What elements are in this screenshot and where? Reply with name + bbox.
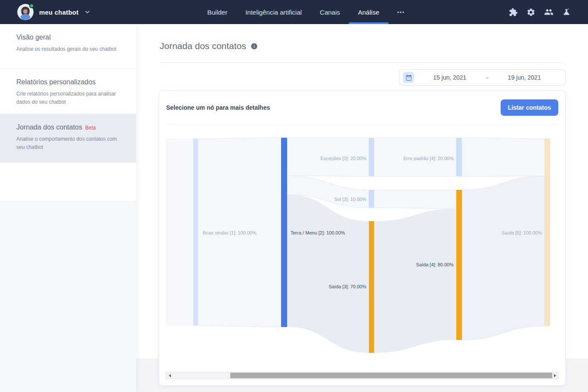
nav-canais[interactable]: Canais <box>320 0 340 24</box>
date-separator: ~ <box>486 74 489 81</box>
flow-sol-saida4 <box>374 190 456 209</box>
gear-icon[interactable] <box>526 8 535 17</box>
node-terra-menu-2[interactable] <box>281 138 287 327</box>
node-boas-vindas-1[interactable] <box>193 139 198 326</box>
online-status-dot <box>29 3 34 8</box>
scroll-right-button[interactable] <box>551 372 558 379</box>
info-icon[interactable] <box>251 43 258 50</box>
avatar <box>17 4 34 20</box>
sidebar-item-title-text: Jornada dos contatos <box>16 123 82 131</box>
node-saida-4[interactable] <box>456 190 462 340</box>
sidebar-item-title: Visão geral <box>16 34 123 41</box>
sidebar-item-description: Crie relatórios personalizados para anal… <box>16 90 122 106</box>
topbar-icon-group <box>509 7 571 17</box>
journey-card: Selecione um nó para mais detalhes Lista… <box>159 90 566 386</box>
scrollbar-thumb[interactable] <box>230 373 552 378</box>
flow-erro-padrao-saida5 <box>462 138 545 176</box>
page-title: Jornada dos contatos <box>160 41 246 51</box>
bot-name: meu chatbot <box>39 9 78 16</box>
scroll-right-arrow-icon <box>554 374 556 377</box>
sidebar-footer-area <box>0 201 136 392</box>
flask-icon[interactable] <box>562 8 571 16</box>
sidebar-spacer <box>0 163 136 201</box>
top-navbar: meu chatbot Builder Inteligência artific… <box>0 0 588 24</box>
people-icon[interactable] <box>544 7 554 17</box>
nav-inteligencia-artificial[interactable]: Inteligência artificial <box>245 0 302 24</box>
puzzle-icon[interactable] <box>509 8 518 17</box>
date-end-value: 19 jun, 2021 <box>489 74 560 81</box>
sidebar-item-description: Analise os resultados gerais do seu chat… <box>16 45 122 53</box>
scroll-left-button[interactable] <box>166 372 173 379</box>
title-divider <box>160 62 566 63</box>
node-sol-3[interactable] <box>369 190 374 208</box>
card-divider <box>166 124 558 124</box>
select-node-hint: Selecione um nó para mais detalhes <box>166 104 270 111</box>
node-label-erro-padrao: Erro padrão [4]: 20.00% <box>403 156 454 161</box>
chart-left-area <box>166 139 193 326</box>
node-label-saida4: Saída [4]: 80.00% <box>416 262 454 267</box>
sidebar-item-description: Analise o comportamento dos contatos com… <box>16 135 122 151</box>
node-label-terra-menu: Terra / Menu [2]: 100.00% <box>291 230 345 235</box>
analysis-sidebar: Visão geral Analise os resultados gerais… <box>0 24 136 392</box>
beta-badge: Beta <box>85 125 96 131</box>
listar-contatos-button[interactable]: Listar contatos <box>501 99 558 116</box>
horizontal-scrollbar[interactable] <box>166 372 559 379</box>
node-excecoes-3[interactable] <box>369 138 374 176</box>
node-erro-padrao-4[interactable] <box>456 138 462 176</box>
sidebar-item-jornada-dos-contatos[interactable]: Jornada dos contatosBeta Analise o compo… <box>0 114 136 163</box>
flow-saida3-saida4 <box>374 209 456 353</box>
date-start-value: 15 jun, 2021 <box>414 74 486 81</box>
sankey-chart: Boas vindas [1]: 100.00% Terra / Menu [2… <box>166 137 559 371</box>
node-saida-3[interactable] <box>369 221 374 353</box>
node-label-excecoes: Exceções [3]: 20.00% <box>321 156 367 161</box>
main-content: Jornada dos contatos 15 jun, 2021 ~ 19 j… <box>136 24 588 392</box>
flow-saida4-saida5 <box>462 176 545 340</box>
chevron-down-icon <box>85 9 90 15</box>
node-label-saida3: Saída [3]: 70.00% <box>329 284 367 289</box>
date-range-picker[interactable]: 15 jun, 2021 ~ 19 jun, 2021 <box>399 69 566 86</box>
bot-selector[interactable]: meu chatbot <box>17 4 90 20</box>
scroll-left-arrow-icon <box>169 374 171 377</box>
node-label-saida5: Saída [5]: 100.00% <box>501 230 542 235</box>
flow-terra-menu-saida3 <box>287 194 369 353</box>
sidebar-item-title: Jornada dos contatosBeta <box>16 123 123 131</box>
nav-builder[interactable]: Builder <box>207 0 227 24</box>
nav-analise[interactable]: Análise <box>358 0 379 24</box>
more-menu-icon[interactable]: ••• <box>397 0 405 24</box>
main-nav: Builder Inteligência artificial Canais A… <box>207 0 405 24</box>
calendar-icon <box>403 72 414 83</box>
sidebar-item-visao-geral[interactable]: Visão geral Analise os resultados gerais… <box>0 24 136 69</box>
node-label-sol: Sol [3]: 10.00% <box>334 197 366 202</box>
node-label-boas-vindas: Boas vindas [1]: 100.00% <box>203 230 257 235</box>
sidebar-item-title: Relatórios personalizados <box>16 78 123 86</box>
node-saida-5[interactable] <box>545 139 550 326</box>
sidebar-item-relatorios-personalizados[interactable]: Relatórios personalizados Crie relatório… <box>0 69 136 114</box>
